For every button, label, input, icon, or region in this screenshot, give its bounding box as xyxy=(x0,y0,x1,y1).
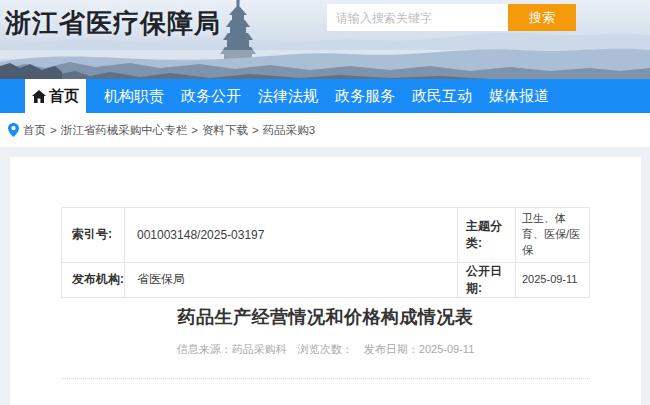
breadcrumb-section[interactable]: 浙江省药械采购中心专栏 xyxy=(61,123,188,138)
nav-item-org-duties[interactable]: 机构职责 xyxy=(100,79,168,113)
index-number-value: 001003148/2025-03197 xyxy=(125,208,458,263)
nav-item-home[interactable]: 首页 xyxy=(25,79,86,113)
breadcrumb-downloads[interactable]: 资料下载 xyxy=(202,123,248,138)
search-input[interactable] xyxy=(327,4,508,31)
home-icon xyxy=(32,90,46,103)
publisher-value: 省医保局 xyxy=(125,262,458,297)
search-button[interactable]: 搜索 xyxy=(508,4,576,31)
main-nav: 首页 机构职责 政务公开 法律法规 政务服务 政民互动 媒体报道 xyxy=(0,79,650,113)
info-date: 发布日期：2025-09-11 xyxy=(364,343,474,355)
table-row: 发布机构: 省医保局 公开日期: 2025-09-11 xyxy=(62,262,590,297)
site-header: 浙江省医疗保障局 搜索 xyxy=(0,0,650,79)
breadcrumb-current: 药品采购3 xyxy=(263,123,315,138)
breadcrumb-separator: > xyxy=(252,124,259,136)
info-views: 浏览次数： xyxy=(298,343,353,355)
table-row: 索引号: 001003148/2025-03197 主题分类: 卫生、体育、医保… xyxy=(62,208,590,263)
site-title: 浙江省医疗保障局 xyxy=(5,6,221,41)
document-meta-table: 索引号: 001003148/2025-03197 主题分类: 卫生、体育、医保… xyxy=(61,207,590,298)
publish-date-label: 公开日期: xyxy=(458,262,516,297)
article-title: 药品生产经营情况和价格构成情况表 xyxy=(61,305,590,329)
breadcrumb: 首页 > 浙江省药械采购中心专栏 > 资料下载 > 药品采购3 xyxy=(0,113,650,147)
breadcrumb-separator: > xyxy=(50,124,57,136)
breadcrumb-home[interactable]: 首页 xyxy=(23,123,46,138)
breadcrumb-separator: > xyxy=(191,124,198,136)
search-bar: 搜索 xyxy=(327,4,576,31)
dotted-divider xyxy=(61,378,590,379)
nav-item-gov-info[interactable]: 政务公开 xyxy=(177,79,245,113)
page-background: 索引号: 001003148/2025-03197 主题分类: 卫生、体育、医保… xyxy=(0,147,650,405)
nav-item-interaction[interactable]: 政民互动 xyxy=(408,79,476,113)
location-pin-icon xyxy=(8,123,19,137)
nav-item-home-label: 首页 xyxy=(49,87,79,106)
topic-class-label: 主题分类: xyxy=(458,208,516,263)
content-card: 索引号: 001003148/2025-03197 主题分类: 卫生、体育、医保… xyxy=(10,157,641,405)
index-number-label: 索引号: xyxy=(62,208,125,263)
nav-item-laws[interactable]: 法律法规 xyxy=(254,79,322,113)
topic-class-value: 卫生、体育、医保/医保 xyxy=(516,208,590,263)
nav-item-gov-service[interactable]: 政务服务 xyxy=(331,79,399,113)
publish-date-value: 2025-09-11 xyxy=(516,262,590,297)
info-source: 信息来源：药品采购科 xyxy=(177,343,287,355)
article-info-line: 信息来源：药品采购科 浏览次数： 发布日期：2025-09-11 xyxy=(61,342,590,357)
nav-item-media[interactable]: 媒体报道 xyxy=(485,79,553,113)
publisher-label: 发布机构: xyxy=(62,262,125,297)
